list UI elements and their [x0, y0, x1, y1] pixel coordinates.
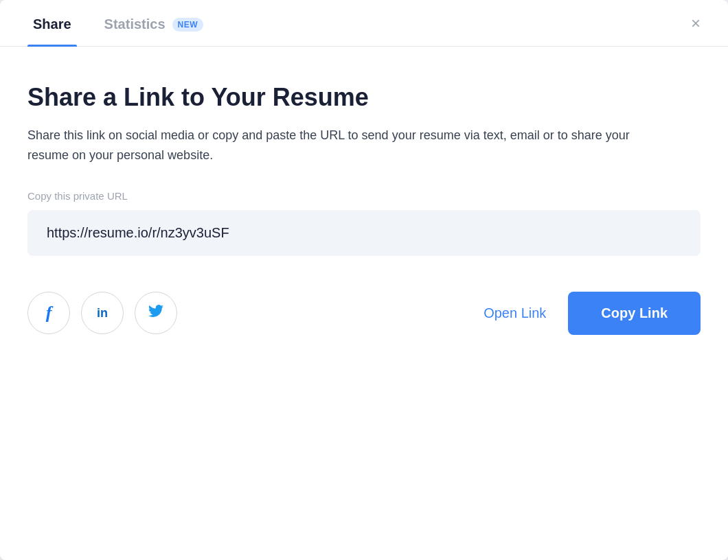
statistics-label: Statistics — [104, 16, 166, 32]
linkedin-icon: in — [97, 306, 108, 320]
twitter-share-button[interactable] — [135, 292, 177, 334]
share-modal: Share Statistics NEW × Share a Link to Y… — [0, 0, 728, 560]
facebook-share-button[interactable]: f — [27, 292, 70, 334]
right-actions: Open Link Copy Link — [481, 292, 701, 335]
open-link-button[interactable]: Open Link — [481, 300, 549, 327]
page-title: Share a Link to Your Resume — [27, 82, 701, 112]
tab-bar: Share Statistics NEW × — [0, 0, 728, 47]
actions-row: f in Open Link Copy Link — [27, 292, 701, 335]
facebook-icon: f — [46, 303, 52, 323]
description-text: Share this link on social media or copy … — [27, 126, 646, 165]
modal-content: Share a Link to Your Resume Share this l… — [0, 47, 728, 560]
twitter-icon — [148, 303, 163, 323]
linkedin-share-button[interactable]: in — [81, 292, 124, 334]
tab-statistics[interactable]: Statistics NEW — [99, 0, 209, 46]
social-icons-group: f in — [27, 292, 177, 334]
close-button[interactable]: × — [688, 12, 703, 34]
tab-share[interactable]: Share — [27, 0, 77, 46]
url-label: Copy this private URL — [27, 190, 701, 202]
copy-link-button[interactable]: Copy Link — [568, 292, 701, 335]
new-badge: NEW — [172, 18, 204, 32]
url-display[interactable]: https://resume.io/r/nz3yv3uSF — [27, 210, 701, 256]
